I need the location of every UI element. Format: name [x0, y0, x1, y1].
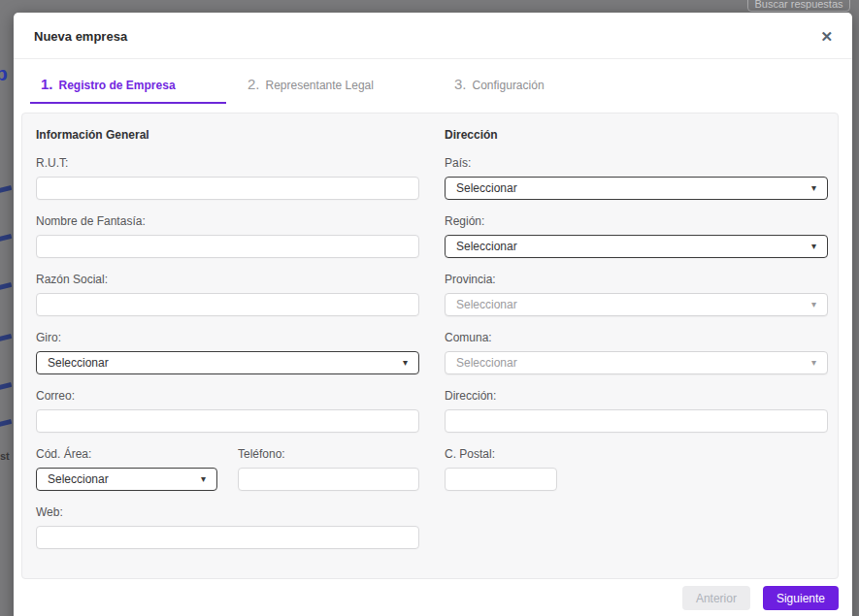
address-section: Dirección País: Seleccionar ▾ Región: Se…	[445, 129, 828, 549]
chevron-down-icon: ▾	[811, 358, 816, 368]
provincia-select-value: Seleccionar	[456, 298, 517, 311]
fantasia-field-group: Nombre de Fantasía:	[36, 215, 419, 258]
correo-label: Correo:	[36, 390, 419, 402]
cod-area-select[interactable]: Seleccionar ▾	[36, 468, 217, 491]
comuna-field-group: Comuna: Seleccionar ▾	[445, 332, 828, 374]
web-input[interactable]	[36, 526, 419, 549]
region-field-group: Región: Seleccionar ▾	[445, 215, 828, 258]
cod-area-field-group: Cód. Área: Seleccionar ▾	[36, 448, 217, 491]
comuna-select-value: Seleccionar	[456, 356, 517, 370]
background-menu-mark	[0, 382, 12, 391]
tab-configuracion[interactable]: 3. Configuración	[444, 76, 640, 104]
nombre-fantasia-input[interactable]	[36, 235, 419, 258]
general-info-section: Información General R.U.T: Nombre de Fan…	[36, 129, 419, 549]
telefono-input[interactable]	[238, 468, 419, 491]
chevron-down-icon: ▾	[201, 474, 206, 484]
direccion-field-group: Dirección:	[445, 390, 828, 433]
region-select-value: Seleccionar	[456, 240, 517, 253]
address-heading: Dirección	[445, 129, 828, 142]
general-info-heading: Información General	[36, 129, 419, 142]
background-text-fragment: p	[0, 62, 8, 85]
comuna-label: Comuna:	[445, 332, 828, 343]
step-number: 3.	[454, 76, 467, 92]
background-text-fragment: st	[0, 450, 10, 462]
pais-field-group: País: Seleccionar ▾	[445, 157, 828, 200]
siguiente-button[interactable]: Siguiente	[763, 586, 839, 610]
chevron-down-icon: ▾	[811, 300, 816, 309]
modal-title: Nueva empresa	[34, 29, 127, 44]
provincia-label: Provincia:	[445, 274, 828, 285]
web-label: Web:	[36, 506, 419, 518]
phone-row: Cód. Área: Seleccionar ▾ Teléfono:	[36, 448, 419, 491]
background-menu-mark	[0, 419, 12, 428]
chevron-down-icon: ▾	[403, 358, 408, 368]
razon-social-input[interactable]	[36, 293, 419, 316]
modal-footer: Anterior Siguiente	[14, 586, 839, 610]
step-label: Registro de Empresa	[59, 79, 176, 92]
provincia-field-group: Provincia: Seleccionar ▾	[445, 274, 828, 316]
correo-input[interactable]	[36, 409, 419, 433]
rut-field-group: R.U.T:	[36, 157, 419, 200]
background-menu-mark	[0, 234, 12, 243]
razon-social-label: Razón Social:	[36, 274, 419, 285]
comuna-select[interactable]: Seleccionar ▾	[445, 351, 828, 374]
background-menu-mark	[0, 334, 12, 342]
rut-label: R.U.T:	[36, 157, 419, 169]
direccion-label: Dirección:	[445, 390, 828, 402]
giro-select[interactable]: Seleccionar ▾	[36, 351, 419, 374]
region-label: Región:	[445, 215, 828, 227]
background-menu-mark	[0, 185, 12, 194]
chevron-down-icon: ▾	[811, 183, 816, 193]
postal-input[interactable]	[445, 468, 557, 491]
step-label: Configuración	[473, 79, 545, 92]
giro-select-value: Seleccionar	[48, 356, 109, 370]
pais-select[interactable]: Seleccionar ▾	[445, 177, 828, 200]
step-number: 1.	[41, 76, 53, 92]
telefono-label: Teléfono:	[238, 448, 419, 460]
cod-area-select-value: Seleccionar	[48, 472, 109, 486]
step-number: 2.	[248, 76, 260, 92]
giro-label: Giro:	[36, 332, 419, 343]
web-field-group: Web:	[36, 506, 419, 549]
background-menu-mark	[0, 282, 12, 291]
direccion-input[interactable]	[445, 409, 828, 433]
cod-area-label: Cód. Área:	[36, 448, 217, 460]
buscar-respuestas-button: Buscar respuestas	[747, 0, 850, 12]
close-icon[interactable]: ✕	[814, 27, 839, 46]
region-select[interactable]: Seleccionar ▾	[445, 235, 828, 258]
new-company-modal: Nueva empresa ✕ 1. Registro de Empresa 2…	[14, 13, 852, 616]
wizard-steps: 1. Registro de Empresa 2. Representante …	[14, 76, 852, 104]
provincia-select[interactable]: Seleccionar ▾	[445, 293, 828, 316]
anterior-button[interactable]: Anterior	[682, 586, 750, 610]
razon-social-field-group: Razón Social:	[36, 274, 419, 316]
modal-header: Nueva empresa ✕	[14, 13, 852, 59]
chevron-down-icon: ▾	[811, 242, 816, 251]
telefono-field-group: Teléfono:	[238, 448, 419, 491]
pais-label: País:	[445, 157, 828, 169]
pais-select-value: Seleccionar	[456, 181, 517, 195]
tab-representante-legal[interactable]: 2. Representante Legal	[237, 76, 433, 104]
correo-field-group: Correo:	[36, 390, 419, 433]
tab-registro-de-empresa[interactable]: 1. Registro de Empresa	[30, 76, 226, 104]
rut-input[interactable]	[36, 177, 419, 200]
page-background: Buscar respuestas p st Nueva empresa ✕ 1…	[0, 0, 859, 616]
fantasia-label: Nombre de Fantasía:	[36, 215, 419, 227]
postal-field-group: C. Postal:	[445, 448, 828, 491]
form-panel: Información General R.U.T: Nombre de Fan…	[21, 113, 839, 579]
giro-field-group: Giro: Seleccionar ▾	[36, 332, 419, 374]
step-label: Representante Legal	[266, 79, 374, 92]
postal-label: C. Postal:	[445, 448, 828, 460]
